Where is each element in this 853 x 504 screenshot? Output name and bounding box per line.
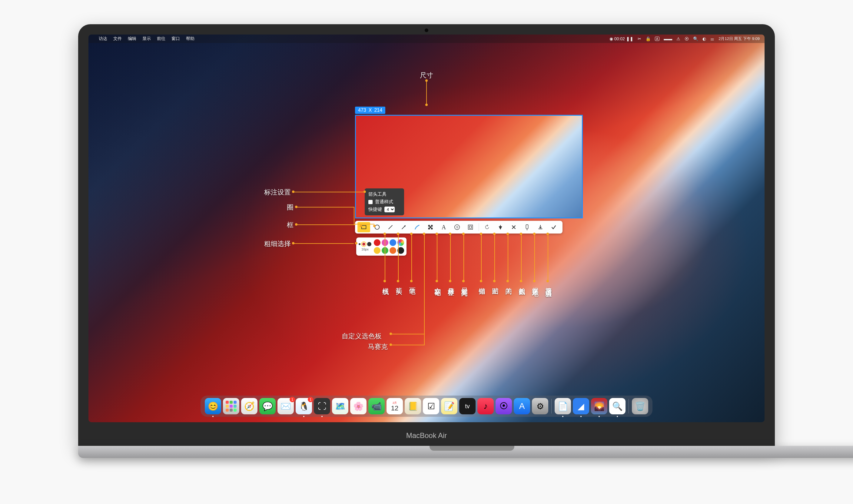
dock-tv[interactable]: tv [459,398,476,414]
dimension-height: 214 [374,108,382,113]
dock-messages[interactable]: 💬 [259,398,276,414]
spotlight-icon[interactable]: 🔍 [693,36,698,41]
laptop-base [78,446,853,458]
scissors-icon[interactable]: ✂︎ [638,36,641,41]
dock-maps[interactable]: 🗺️ [332,398,348,414]
dock-safari[interactable]: 🧭 [241,398,257,414]
dock-dingtalk[interactable]: ◢ [573,398,589,414]
annot-line: 横线 [381,282,390,284]
bluetooth-icon[interactable]: ⦿ [685,36,689,41]
dock-cal-day: 12 [391,405,398,412]
dock-launchpad[interactable] [223,398,239,414]
annotation-toolbar: A ① [355,221,563,234]
svg-line-2 [388,226,393,229]
menubar-view[interactable]: 显示 [142,36,151,41]
width-value: 16px [361,248,369,251]
tool-tooltip: 箭头工具 普通样式 快捷键 4 [365,188,404,215]
dimension-width: 473 [358,108,366,113]
brush-tool[interactable] [411,222,423,232]
annot-undo: 撤销 [477,282,487,284]
dock-appstore[interactable]: A [514,398,530,414]
siri-icon[interactable]: ◐ [703,36,706,41]
dock-trash[interactable]: 🗑️ [632,398,648,414]
dock-music[interactable]: ♪ [477,398,494,414]
line-tool[interactable] [384,222,397,232]
menubar-file[interactable]: 文件 [113,36,122,41]
color-red[interactable] [374,239,380,246]
annot-palette: 自定义选色板 [342,332,382,341]
tooltip-checkbox[interactable] [368,200,373,204]
dock-mail[interactable]: ✉️1 [277,398,294,414]
dock-qq[interactable]: 🐧1 [296,398,312,414]
svg-rect-8 [428,228,430,230]
device-brand: MacBook Air [406,431,447,440]
annotation-connector [426,80,427,105]
svg-text:①: ① [456,226,459,229]
menubar-go[interactable]: 前往 [157,36,165,41]
tooltip-style-label: 普通样式 [375,199,393,205]
screen-bezel: 访达 文件 编辑 显示 前往 窗口 帮助 ◉ 00:02 ❚❚ ✂︎ 🔒 A ▬… [78,24,775,447]
record-indicator-icon[interactable]: ◉ 00:02 ❚❚ [610,36,633,41]
number-tool[interactable]: ① [451,222,464,232]
dock-mail-badge: 1 [290,397,295,402]
color-yellow[interactable] [374,247,380,254]
control-center-icon[interactable]: ⚌ [710,36,714,41]
annot-copy: 拷贝至剪切板 [544,282,553,286]
lock-icon[interactable]: 🔒 [646,36,651,41]
annot-pin: 贴图 [491,282,500,284]
width-med[interactable] [362,242,365,246]
menubar-app[interactable]: 访达 [99,36,107,41]
arrow-tool[interactable] [397,222,410,232]
style-panel: 16px [356,237,406,256]
dock: 😊 🧭 💬 ✉️1 🐧1 ⛶ 🗺️ 🌸 📹 2月12 📒 ☑︎ 📝 tv ♪ ⦿… [201,396,652,417]
clock[interactable]: 2月12日 周五 下午 9:09 [719,36,760,41]
dock-settings[interactable]: ⚙︎ [532,398,548,414]
macos-desktop: 访达 文件 编辑 显示 前往 窗口 帮助 ◉ 00:02 ❚❚ ✂︎ 🔒 A ▬… [88,35,765,422]
annot-number: 序号标签 [447,282,456,285]
annot-mosaic: 马赛克 [368,342,388,352]
menubar-edit[interactable]: 编辑 [128,36,136,41]
undo-button[interactable] [481,222,493,232]
highlight-tool[interactable] [464,222,477,232]
tooltip-title: 箭头工具 [368,192,400,197]
dock-preview[interactable]: 🔍 [609,398,625,414]
annot-long: 长截图 [518,282,526,284]
annot-arrow: 箭头 [394,282,403,284]
dock-contacts[interactable]: 📒 [405,398,421,414]
close-button[interactable] [507,222,520,232]
svg-rect-13 [469,226,471,228]
wifi-icon[interactable]: ⚠︎ [676,36,680,41]
dock-qq-badge: 1 [308,397,313,402]
copy-button[interactable] [547,222,560,232]
annot-circle: 圈 [287,203,293,212]
dock-podcasts[interactable]: ⦿ [495,398,512,414]
dock-calendar[interactable]: 2月12 [386,398,403,414]
annot-brush: 画笔 [408,282,417,284]
color-orange[interactable] [389,247,396,254]
menubar-window[interactable]: 窗口 [171,36,180,41]
macbook-mockup: 访达 文件 编辑 显示 前往 窗口 帮助 ◉ 00:02 ❚❚ ✂︎ 🔒 A ▬… [78,24,775,458]
width-thick[interactable] [367,242,371,246]
dock-finder[interactable]: 😊 [205,398,221,414]
text-tool[interactable]: A [437,222,450,232]
width-thin[interactable] [359,243,361,245]
dock-screenshot-app[interactable]: ⛶ [314,398,330,414]
mosaic-tool[interactable] [424,222,437,232]
annot-highlight: 局部高亮 [460,282,469,285]
battery-icon[interactable]: ▬▬ [664,36,672,41]
tooltip-hotkey-select[interactable]: 4 [384,206,395,212]
save-button[interactable] [534,222,547,232]
pin-button[interactable] [494,222,507,232]
color-blue[interactable] [389,239,396,246]
menubar: 访达 文件 编辑 显示 前往 窗口 帮助 ◉ 00:02 ❚❚ ✂︎ 🔒 A ▬… [88,35,765,43]
dock-textedit[interactable]: 📄 [555,398,571,414]
dock-reminders[interactable]: ☑︎ [423,398,439,414]
stroke-width-selector[interactable]: 16px [359,242,371,251]
dock-facetime[interactable]: 📹 [368,398,385,414]
input-icon[interactable]: A [655,37,659,41]
dock-desktop[interactable]: 🌄 [591,398,607,414]
menubar-help[interactable]: 帮助 [186,36,195,41]
long-screenshot-button[interactable] [521,222,533,232]
dock-photos[interactable]: 🌸 [350,398,366,414]
dock-notes[interactable]: 📝 [441,398,457,414]
